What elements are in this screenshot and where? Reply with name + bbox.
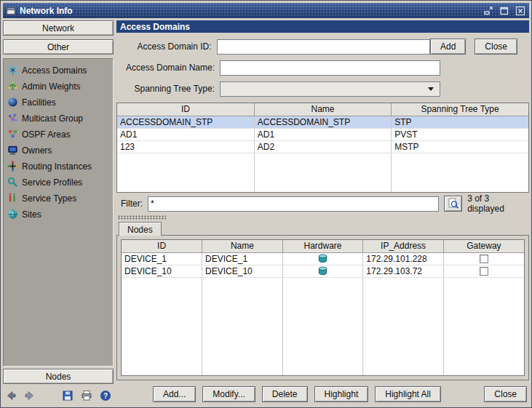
sidebar-item-admin-weights[interactable]: Admin Weights xyxy=(7,81,109,92)
chevron-down-icon xyxy=(428,87,434,94)
window-title: Network Info xyxy=(20,6,73,16)
footer-actions: Add... Modify... Delete Highlight Highli… xyxy=(116,380,529,405)
filter-input[interactable] xyxy=(148,196,439,212)
splitter[interactable] xyxy=(116,215,529,220)
sidebar-item-sites[interactable]: Sites xyxy=(7,209,109,220)
minimize-button[interactable] xyxy=(482,5,494,16)
column-header-ip-address[interactable]: IP_Address xyxy=(363,240,444,252)
tab-nodes[interactable]: Nodes xyxy=(119,222,162,236)
column-header-gateway[interactable]: Gateway xyxy=(443,240,524,252)
print-icon xyxy=(81,390,92,401)
access-domain-id-input[interactable] xyxy=(217,39,430,55)
column-header-name[interactable]: Name xyxy=(254,103,391,116)
table-filler xyxy=(122,277,524,375)
sidebar-item-multicast-group[interactable]: Multicast Group xyxy=(7,113,109,124)
filter-search-button[interactable] xyxy=(444,196,462,212)
sidebar-item-label: Sites xyxy=(22,209,41,220)
search-icon xyxy=(448,198,459,209)
filter-status: 3 of 3 displayed xyxy=(467,193,524,214)
help-icon: ? xyxy=(100,390,111,401)
back-icon xyxy=(5,390,17,401)
sidebar-item-routing-instances[interactable]: Routing Instances xyxy=(7,161,109,172)
close-button[interactable] xyxy=(514,5,526,16)
facilities-icon xyxy=(7,97,18,108)
service-types-icon xyxy=(7,193,18,204)
network-info-window: Network Info Network Other xyxy=(0,0,532,408)
gateway-checkbox[interactable] xyxy=(480,255,488,263)
highlight-all-button[interactable]: Highlight All xyxy=(375,386,441,402)
back-button[interactable] xyxy=(4,389,17,402)
spanning-tree-type-select[interactable] xyxy=(220,81,440,97)
nodes-tab-button[interactable]: Nodes xyxy=(3,369,114,384)
sidebar-item-facilities[interactable]: Facilities xyxy=(7,97,109,108)
admin-weights-icon xyxy=(7,81,18,92)
add-node-button[interactable]: Add... xyxy=(153,386,196,402)
window-icon xyxy=(6,6,16,16)
modify-button[interactable]: Modify... xyxy=(202,386,255,402)
maximize-button[interactable] xyxy=(498,5,510,16)
sidebar: Network Other Access Domains xyxy=(3,20,114,405)
svg-text:?: ? xyxy=(103,392,108,400)
highlight-button[interactable]: Highlight xyxy=(314,386,369,402)
sidebar-item-label: Owners xyxy=(22,145,52,156)
gateway-checkbox[interactable] xyxy=(480,267,488,276)
column-header-name[interactable]: Name xyxy=(202,240,283,252)
delete-button[interactable]: Delete xyxy=(262,386,308,402)
save-button[interactable] xyxy=(61,389,74,402)
sidebar-item-label: Service Profiles xyxy=(22,177,82,188)
minimize-icon xyxy=(483,6,493,16)
sidebar-item-ospf-areas[interactable]: OSPF Areas xyxy=(7,129,109,140)
splitter-grip xyxy=(118,215,166,220)
close-icon xyxy=(515,6,525,16)
nodes-table: ID Name Hardware IP_Address Gateway DEVI… xyxy=(122,240,524,375)
hardware-icon xyxy=(317,253,328,264)
section-header: Access Domains xyxy=(116,20,529,33)
sidebar-toolbar: ? xyxy=(3,386,114,405)
nodes-table-container: ID Name Hardware IP_Address Gateway DEVI… xyxy=(121,239,525,376)
forward-button[interactable] xyxy=(23,389,36,402)
sidebar-item-service-types[interactable]: Service Types xyxy=(7,193,109,204)
domains-table: ID Name Spanning Tree Type ACCESSDOMAIN_… xyxy=(117,103,528,192)
spanning-tree-type-label: Spanning Tree Type: xyxy=(116,84,220,94)
sidebar-item-access-domains[interactable]: Access Domains xyxy=(7,65,109,76)
access-domain-name-input[interactable] xyxy=(220,60,440,76)
sidebar-item-label: Routing Instances xyxy=(22,161,92,172)
sidebar-item-label: Service Types xyxy=(22,193,76,204)
sidebar-item-service-profiles[interactable]: Service Profiles xyxy=(7,177,109,188)
table-row[interactable]: AD1 AD1 PVST xyxy=(117,128,528,140)
help-button[interactable]: ? xyxy=(99,389,112,402)
routing-instances-icon xyxy=(7,161,18,172)
close-window-button[interactable]: Close xyxy=(484,386,527,402)
save-icon xyxy=(62,390,74,401)
service-profiles-icon xyxy=(7,177,18,188)
sidebar-item-label: OSPF Areas xyxy=(22,129,71,140)
owners-icon xyxy=(7,145,18,156)
ospf-areas-icon xyxy=(7,129,18,140)
sidebar-item-list: Access Domains Admin Weights Facilities xyxy=(3,58,114,367)
print-button[interactable] xyxy=(80,389,93,402)
main-panel: Access Domains Access Domain ID: Add Clo… xyxy=(116,20,529,405)
sidebar-item-label: Access Domains xyxy=(22,65,87,76)
titlebar[interactable]: Network Info xyxy=(3,3,529,18)
sidebar-item-owners[interactable]: Owners xyxy=(7,145,109,156)
multicast-group-icon xyxy=(7,113,18,124)
other-tab-button[interactable]: Other xyxy=(3,39,114,55)
table-row[interactable]: DEVICE_1 DEVICE_1 172.29.101.228 xyxy=(122,252,524,265)
close-form-button[interactable]: Close xyxy=(475,39,517,55)
forward-icon xyxy=(24,390,36,401)
domains-table-container: ID Name Spanning Tree Type ACCESSDOMAIN_… xyxy=(116,103,529,193)
add-button[interactable]: Add xyxy=(430,39,466,55)
column-header-spanning-tree-type[interactable]: Spanning Tree Type xyxy=(392,103,528,116)
table-row[interactable]: DEVICE_10 DEVICE_10 172.29.103.72 xyxy=(122,265,524,277)
filter-bar: Filter: 3 of 3 displayed xyxy=(116,193,529,215)
access-domains-icon xyxy=(7,65,18,76)
column-header-hardware[interactable]: Hardware xyxy=(282,240,363,252)
sidebar-item-label: Facilities xyxy=(22,97,56,108)
table-row[interactable]: ACCESSDOMAIN_STP ACCESSDOMAIN_STP STP xyxy=(117,116,528,128)
hardware-icon xyxy=(317,265,328,276)
access-domain-id-label: Access Domain ID: xyxy=(116,41,217,52)
table-row[interactable]: 123 AD2 MSTP xyxy=(117,140,528,153)
network-tab-button[interactable]: Network xyxy=(3,20,114,36)
column-header-id[interactable]: ID xyxy=(122,240,202,252)
column-header-id[interactable]: ID xyxy=(117,103,254,116)
